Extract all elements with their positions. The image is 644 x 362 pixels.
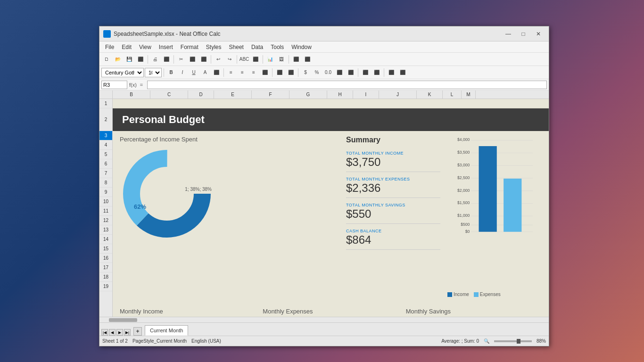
row-num-8[interactable]: 8 — [99, 178, 112, 188]
chart-btn[interactable]: 📊 — [265, 54, 275, 65]
border-btn[interactable]: ⬛ — [360, 67, 371, 78]
row-num-13[interactable]: 13 — [99, 225, 112, 235]
close-button[interactable]: ✕ — [532, 29, 545, 39]
col-header-l[interactable]: L — [443, 90, 462, 99]
spell-btn[interactable]: ABC — [239, 54, 249, 65]
menu-window[interactable]: Window — [288, 43, 315, 51]
cell-reference-input[interactable]: R3 — [101, 81, 127, 89]
minimize-button[interactable]: — — [502, 29, 515, 39]
undo-btn[interactable]: ↩ — [213, 54, 223, 65]
col-header-g[interactable]: G — [289, 90, 327, 99]
col-header-k[interactable]: K — [417, 90, 443, 99]
row-num-15[interactable]: 15 — [99, 244, 112, 254]
tab-last-btn[interactable]: ▶| — [124, 329, 131, 336]
bold-btn[interactable]: B — [166, 67, 176, 78]
zoom-slider[interactable] — [494, 340, 532, 342]
menu-styles[interactable]: Styles — [202, 43, 225, 51]
row-num-1[interactable]: 1 — [99, 99, 112, 108]
font-size-combo[interactable]: 10 — [145, 68, 162, 77]
menu-edit[interactable]: Edit — [118, 43, 135, 51]
align-center-btn[interactable]: ≡ — [237, 67, 248, 78]
row-num-11[interactable]: 11 — [99, 206, 112, 216]
bg-color-btn[interactable]: ⬛ — [372, 67, 382, 78]
image-btn[interactable]: 🖼 — [276, 54, 287, 65]
row-num-19[interactable]: 19 — [99, 282, 112, 291]
italic-btn[interactable]: I — [177, 67, 188, 78]
merge-btn[interactable]: ⬛ — [274, 67, 285, 78]
print-btn[interactable]: 🖨 — [150, 54, 160, 65]
dec-decimal-btn[interactable]: ⬛ — [346, 67, 356, 78]
col-header-b[interactable]: B — [113, 90, 150, 99]
col-header-d[interactable]: D — [188, 90, 214, 99]
horizontal-scrollbar[interactable] — [99, 317, 549, 322]
donut-hole — [141, 168, 193, 220]
col-header-e[interactable]: E — [214, 90, 252, 99]
row-num-4[interactable]: 4 — [99, 140, 112, 150]
tab-prev-btn[interactable]: ◀ — [109, 329, 116, 336]
row-num-9[interactable]: 9 — [99, 188, 112, 197]
font-name-combo[interactable]: Century Gothic — [101, 68, 144, 77]
tab-next-btn[interactable]: ▶ — [116, 329, 123, 336]
decimal-btn[interactable]: 0.0 — [323, 67, 333, 78]
row-num-10[interactable]: 10 — [99, 197, 112, 206]
currency-btn[interactable]: $ — [300, 67, 311, 78]
inc-decimal-btn[interactable]: ⬛ — [334, 67, 345, 78]
new-btn[interactable]: 🗋 — [101, 54, 112, 65]
print-preview-btn[interactable]: ⬛ — [161, 54, 172, 65]
row-num-12[interactable]: 12 — [99, 216, 112, 225]
tab-first-btn[interactable]: |◀ — [101, 329, 108, 336]
sort-btn[interactable]: ⬛ — [291, 54, 301, 65]
row-num-6[interactable]: 6 — [99, 159, 112, 169]
col-header-j[interactable]: J — [379, 90, 417, 99]
align-right-btn[interactable]: ≡ — [248, 67, 259, 78]
zoom-thumb — [517, 339, 520, 344]
row-num-7[interactable]: 7 — [99, 169, 112, 178]
menu-file[interactable]: File — [101, 43, 118, 51]
menu-tools[interactable]: Tools — [267, 43, 288, 51]
add-sheet-button[interactable]: + — [133, 327, 142, 336]
row-num-2[interactable]: 2 — [99, 108, 112, 131]
row-num-14[interactable]: 14 — [99, 235, 112, 244]
col-header-f[interactable]: F — [252, 90, 289, 99]
font-color-btn[interactable]: A — [200, 67, 210, 78]
scrollbar-thumb[interactable] — [109, 318, 137, 322]
row-num-16[interactable]: 16 — [99, 254, 112, 263]
menu-view[interactable]: View — [135, 43, 155, 51]
wrap-btn[interactable]: ⬛ — [260, 67, 270, 78]
row-num-18[interactable]: 18 — [99, 272, 112, 282]
format-btn[interactable]: ⬛ — [250, 54, 261, 65]
col-header-m[interactable]: M — [462, 90, 476, 99]
highlight-btn[interactable]: ⬛ — [211, 67, 222, 78]
col-header-h[interactable]: H — [327, 90, 353, 99]
sep3 — [211, 55, 211, 64]
save-as-btn[interactable]: ⬛ — [135, 54, 146, 65]
row-num-5[interactable]: 5 — [99, 150, 112, 159]
cut-btn[interactable]: ✂ — [176, 54, 186, 65]
row-num-17[interactable]: 17 — [99, 263, 112, 272]
menu-insert[interactable]: Insert — [155, 43, 177, 51]
fx-icon: f(x) — [129, 82, 137, 88]
indent-btn[interactable]: ⬛ — [286, 67, 296, 78]
col-header-i[interactable]: I — [353, 90, 379, 99]
col-header-c[interactable]: C — [150, 90, 188, 99]
underline-btn[interactable]: U — [189, 67, 199, 78]
freeze-btn[interactable]: ⬛ — [386, 67, 396, 78]
formula-input[interactable] — [147, 81, 547, 89]
copy-btn[interactable]: ⬛ — [187, 54, 198, 65]
align-left-btn[interactable]: ≡ — [226, 67, 236, 78]
zoom-btn[interactable]: ⬛ — [397, 67, 408, 78]
save-btn[interactable]: 💾 — [124, 54, 134, 65]
percent-btn[interactable]: % — [312, 67, 322, 78]
redo-btn[interactable]: ↪ — [224, 54, 235, 65]
menu-sheet[interactable]: Sheet — [225, 43, 248, 51]
sheet-tab-current-month[interactable]: Current Month — [145, 325, 188, 336]
open-btn[interactable]: 📂 — [113, 54, 123, 65]
maximize-button[interactable]: □ — [517, 29, 530, 39]
filter-btn-tb[interactable]: ⬛ — [302, 54, 313, 65]
paste-btn[interactable]: ⬛ — [198, 54, 209, 65]
formula-icons: f(x) = — [129, 82, 145, 88]
legend-income-label: Income — [454, 292, 469, 297]
menu-format[interactable]: Format — [177, 43, 202, 51]
row-num-3[interactable]: 3 — [99, 131, 112, 140]
menu-data[interactable]: Data — [248, 43, 267, 51]
